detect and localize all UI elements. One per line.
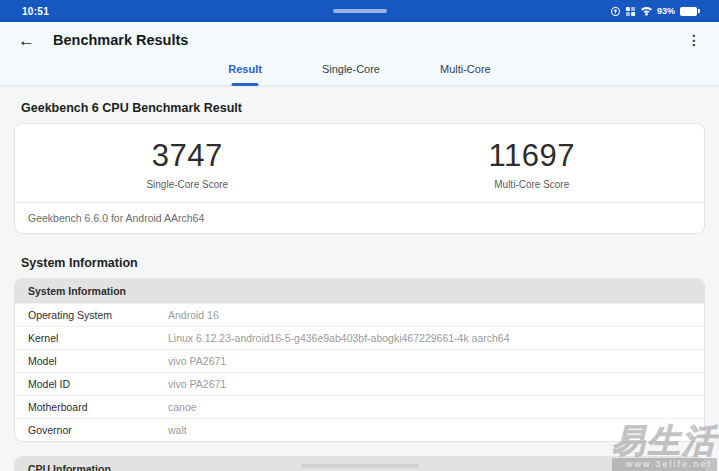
row-label: Model: [28, 355, 168, 367]
single-core-score-block: 3747 Single-Core Score: [15, 138, 360, 190]
table-row: Model vivo PA2671: [15, 349, 704, 372]
row-label: Kernel: [28, 332, 168, 344]
tab-result-label: Result: [228, 63, 262, 75]
table-row: Operating System Android 16: [15, 303, 704, 326]
row-value: walt: [168, 424, 691, 436]
dual-sim-signal-icon: [625, 6, 636, 17]
tab-multi-core[interactable]: Multi-Core: [440, 58, 491, 75]
row-label: Model ID: [28, 378, 168, 390]
page-title: Benchmark Results: [53, 32, 188, 48]
gesture-nav-handle[interactable]: [301, 464, 419, 468]
row-value: Linux 6.12.23-android16-5-g436e9ab403bf-…: [168, 332, 691, 344]
score-card: 3747 Single-Core Score 11697 Multi-Core …: [14, 123, 705, 234]
row-label: Governor: [28, 424, 168, 436]
table-row: Kernel Linux 6.12.23-android16-5-g436e9a…: [15, 326, 704, 349]
clock: 10:51: [22, 6, 49, 17]
table-row: Motherboard canoe: [15, 395, 704, 418]
multi-core-score-block: 11697 Multi-Core Score: [360, 138, 705, 190]
content-area: Geekbench 6 CPU Benchmark Result 3747 Si…: [0, 101, 719, 471]
status-bar: 10:51 93%: [0, 0, 719, 22]
row-label: Operating System: [28, 309, 168, 321]
overflow-menu-icon[interactable]: ⋮: [687, 32, 701, 48]
row-label: Motherboard: [28, 401, 168, 413]
battery-percent: 93%: [657, 6, 675, 16]
back-arrow-icon[interactable]: ←: [18, 32, 35, 49]
system-info-table: System Information Operating System Andr…: [14, 278, 705, 442]
row-value: canoe: [168, 401, 691, 413]
tab-bar: Result Single-Core Multi-Core: [0, 58, 719, 86]
table-title: System Information: [15, 279, 704, 303]
multi-core-score-label: Multi-Core Score: [360, 179, 705, 190]
data-saver-icon: [610, 6, 621, 17]
geekbench-version: Geekbench 6.6.0 for Android AArch64: [15, 202, 704, 233]
active-tab-underline: [232, 83, 259, 86]
tab-single-core[interactable]: Single-Core: [322, 58, 380, 75]
row-value: vivo PA2671: [168, 355, 691, 367]
table-row: Governor walt: [15, 418, 704, 441]
system-section-heading: System Information: [14, 256, 705, 270]
wifi-icon: [640, 6, 653, 16]
single-core-score-value: 3747: [15, 138, 360, 174]
tab-result[interactable]: Result: [228, 58, 262, 75]
tab-single-core-label: Single-Core: [322, 63, 380, 75]
row-value: Android 16: [168, 309, 691, 321]
row-value: vivo PA2671: [168, 378, 691, 390]
multi-core-score-value: 11697: [360, 138, 705, 174]
single-core-score-label: Single-Core Score: [15, 179, 360, 190]
result-section-heading: Geekbench 6 CPU Benchmark Result: [14, 101, 705, 115]
battery-icon: [680, 7, 697, 16]
camera-cutout: [333, 9, 387, 13]
table-row: Model ID vivo PA2671: [15, 372, 704, 395]
app-header: ← Benchmark Results ⋮: [0, 22, 719, 58]
tab-multi-core-label: Multi-Core: [440, 63, 491, 75]
